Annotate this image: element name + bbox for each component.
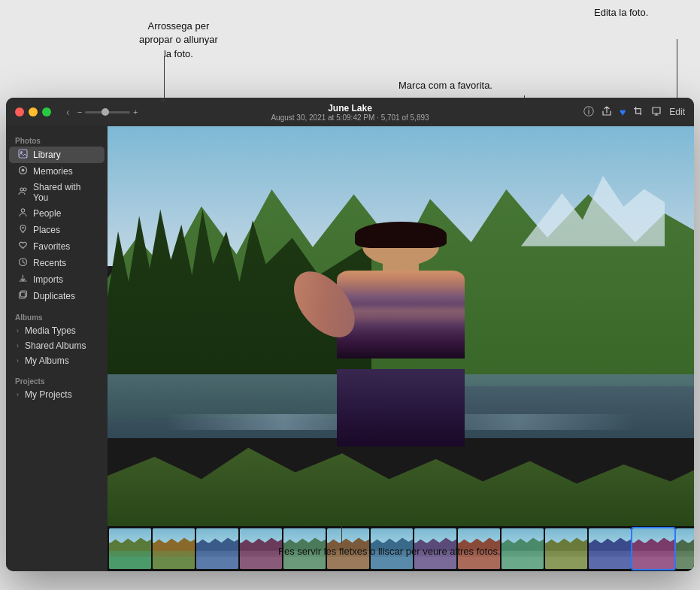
svg-point-5 [20,151,23,153]
places-icon [17,224,29,236]
annotation-favorite: Marca com a favorita. [398,79,492,92]
svg-point-10 [21,209,24,212]
filmstrip-thumb[interactable] [109,528,151,569]
sidebar-item-favorites-label: Favorites [33,241,70,252]
sidebar-item-media-types-label: Media Types [25,325,76,336]
sidebar-item-library[interactable]: Library [9,147,105,163]
zoom-plus-icon[interactable]: + [133,107,138,116]
back-button[interactable]: ‹ [63,104,73,120]
duplicates-icon [17,290,29,302]
sidebar-item-duplicates[interactable]: Duplicates [9,288,105,304]
filmstrip-thumb[interactable] [414,528,456,569]
imports-icon [17,274,29,286]
toolbar-left: ‹ − + [63,104,138,120]
annotation-drag-zoom: Arrossega per apropar o allunyar la foto… [139,6,218,61]
filmstrip-thumb[interactable] [327,528,369,569]
sidebar-item-duplicates-label: Duplicates [33,291,75,301]
zoom-thumb [102,108,109,116]
close-button[interactable] [15,107,24,116]
photo-canvas [108,126,694,526]
sidebar-item-my-projects[interactable]: › My Projects [9,387,105,402]
sidebar-item-places[interactable]: Places [9,222,105,238]
sidebar-item-shared-albums[interactable]: › Shared Albums [9,338,105,353]
filmstrip-thumb[interactable] [371,528,413,569]
svg-rect-2 [634,108,641,109]
person-pants [337,369,465,446]
minimize-button[interactable] [29,107,38,116]
sidebar-section-photos: Photos [6,132,108,147]
svg-rect-14 [20,291,26,297]
zoom-slider[interactable] [85,111,130,113]
filmstrip-thumb[interactable] [153,528,195,569]
filmstrip-thumb[interactable] [676,528,694,569]
toolbar-center: June Lake August 30, 2021 at 5:09:42 PM … [271,103,429,122]
sidebar-item-memories-label: Memories [33,166,73,177]
recents-icon [17,257,29,269]
content-area: Photos Library Memories Shared with You [6,126,694,571]
zoom-controls: − + [77,107,138,116]
zoom-minus-icon[interactable]: − [77,107,82,116]
sidebar-item-my-albums-label: My Albums [25,356,69,366]
person [325,226,477,446]
app-window: ‹ − + June Lake August 30, 2021 at 5:09:… [6,98,694,571]
filmstrip-thumb[interactable] [240,528,282,569]
sidebar-item-people-label: People [33,208,61,219]
filmstrip-thumb[interactable] [196,528,238,569]
slideshow-icon[interactable] [651,106,662,119]
person-sweater [337,271,465,359]
people-icon [17,207,29,219]
filmstrip-thumb[interactable] [458,528,500,569]
expand-icon-shared-albums: › [17,342,19,349]
photo-area [108,126,694,571]
maximize-button[interactable] [42,107,51,116]
favorite-icon[interactable]: ♥ [620,106,626,118]
svg-point-8 [20,188,23,191]
shared-with-you-icon [17,186,29,198]
sidebar-section-projects: Projects [6,373,108,387]
sidebar-item-recents-label: Recents [33,258,66,268]
svg-point-7 [21,169,24,172]
expand-icon-my-projects: › [17,391,19,398]
sidebar-item-people[interactable]: People [9,205,105,222]
annotation-edit: Edita la foto. [594,6,648,20]
sidebar-item-shared-with-you[interactable]: Shared with You [9,180,105,205]
svg-rect-3 [641,108,641,115]
svg-point-11 [22,227,23,228]
filmstrip-thumb[interactable] [545,528,587,569]
sidebar-item-imports[interactable]: Imports [9,271,105,288]
info-icon[interactable]: ⓘ [583,105,594,119]
svg-point-9 [23,188,26,191]
titlebar: ‹ − + June Lake August 30, 2021 at 5:09:… [6,98,694,126]
sidebar-section-albums: Albums [6,309,108,323]
sidebar-item-favorites[interactable]: Favorites [9,238,105,255]
filmstrip-thumb[interactable] [502,528,544,569]
favorites-icon [17,241,29,253]
expand-icon-media-types: › [17,327,19,334]
svg-rect-0 [635,107,636,113]
share-icon[interactable] [602,106,612,119]
sidebar-item-my-projects-label: My Projects [25,389,72,400]
svg-rect-4 [19,150,27,158]
sidebar-item-shared-albums-label: Shared Albums [25,340,86,351]
main-photo[interactable] [108,126,694,526]
filmstrip-thumb[interactable] [589,528,631,569]
sidebar-item-library-label: Library [33,150,61,160]
photo-title: June Lake [328,103,372,113]
filmstrip-thumb[interactable] [283,528,326,569]
sidebar-item-places-label: Places [33,225,60,235]
sidebar-item-my-albums[interactable]: › My Albums [9,353,105,368]
filmstrip[interactable] [108,526,694,571]
library-icon [17,149,29,161]
sidebar-item-memories[interactable]: Memories [9,163,105,180]
edit-button[interactable]: Edit [669,107,685,117]
person-hair [355,222,447,248]
sidebar-item-media-types[interactable]: › Media Types [9,323,105,338]
memories-icon [17,165,29,177]
sidebar-item-shared-with-you-label: Shared with You [33,182,97,203]
filmstrip-thumb[interactable] [632,528,674,569]
toolbar-right: ⓘ ♥ Edit [583,105,685,119]
traffic-lights [15,107,51,116]
expand-icon-my-albums: › [17,357,19,365]
sidebar-item-recents[interactable]: Recents [9,255,105,271]
crop-icon[interactable] [633,106,644,119]
